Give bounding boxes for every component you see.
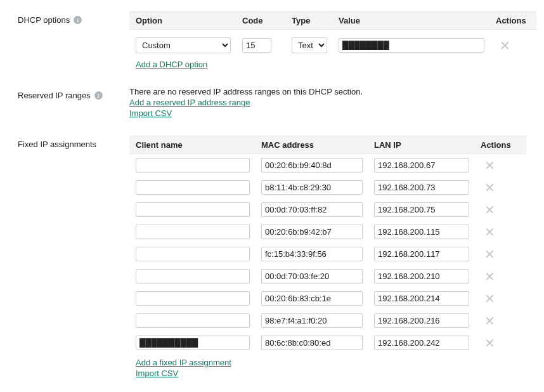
import-csv-link[interactable]: Import CSV: [136, 369, 178, 378]
fixed-ip-row: ✕: [129, 332, 526, 354]
mac-address-input[interactable]: [261, 291, 363, 306]
lan-ip-input[interactable]: [374, 291, 469, 306]
reserved-empty-message: There are no reserved IP address ranges …: [129, 87, 526, 96]
info-icon[interactable]: i: [94, 91, 103, 100]
delete-icon[interactable]: ✕: [481, 204, 499, 216]
dhcp-options-label: DHCP options: [18, 15, 70, 25]
delete-icon[interactable]: ✕: [481, 248, 499, 261]
section-dhcp-options: DHCP options i Option Code Type Value Ac…: [18, 11, 526, 69]
lan-ip-input[interactable]: [374, 202, 469, 217]
delete-icon[interactable]: ✕: [496, 39, 514, 52]
header-mac-address: MAC address: [261, 140, 363, 150]
delete-icon[interactable]: ✕: [481, 270, 499, 283]
client-name-input[interactable]: [136, 291, 250, 306]
header-client-name: Client name: [136, 140, 250, 150]
fixed-ip-row: ✕: [129, 176, 526, 199]
header-code: Code: [242, 16, 280, 25]
client-name-input[interactable]: [136, 269, 250, 284]
mac-address-input[interactable]: [261, 313, 363, 328]
section-fixed-ip: Fixed IP assignments Client name MAC add…: [18, 136, 526, 378]
add-reserved-range-link[interactable]: Add a reserved IP address range: [129, 98, 250, 107]
fixed-ip-row: ✕: [129, 154, 526, 176]
fixed-ip-label: Fixed IP assignments: [18, 140, 96, 149]
dhcp-value-input[interactable]: [339, 38, 484, 53]
delete-icon[interactable]: ✕: [481, 226, 499, 238]
lan-ip-input[interactable]: [374, 158, 469, 173]
fixed-ip-row: ✕: [129, 199, 526, 221]
dhcp-option-row: Custom Text ✕: [129, 30, 536, 60]
client-name-input[interactable]: [136, 336, 250, 350]
dhcp-options-header: Option Code Type Value Actions: [129, 11, 536, 30]
dhcp-type-select[interactable]: Text: [292, 37, 327, 53]
delete-icon[interactable]: ✕: [481, 181, 499, 194]
fixed-ip-row: ✕: [129, 265, 526, 287]
add-fixed-ip-link[interactable]: Add a fixed IP assignment: [136, 358, 231, 367]
client-name-input[interactable]: [136, 180, 250, 195]
delete-icon[interactable]: ✕: [481, 292, 499, 305]
fixed-ip-row: ✕: [129, 243, 526, 265]
mac-address-input[interactable]: [261, 158, 363, 173]
import-csv-link[interactable]: Import CSV: [129, 108, 172, 118]
section-reserved-ip: Reserved IP ranges i There are no reserv…: [18, 87, 526, 118]
dhcp-code-input[interactable]: [242, 38, 271, 53]
mac-address-input[interactable]: [261, 247, 363, 261]
client-name-input[interactable]: [136, 158, 250, 173]
mac-address-input[interactable]: [261, 269, 363, 284]
lan-ip-input[interactable]: [374, 336, 469, 350]
header-value: Value: [339, 16, 484, 25]
dhcp-option-select[interactable]: Custom: [136, 37, 231, 53]
delete-icon[interactable]: ✕: [481, 337, 499, 350]
lan-ip-input[interactable]: [374, 313, 469, 328]
lan-ip-input[interactable]: [374, 269, 469, 284]
mac-address-input[interactable]: [261, 202, 363, 217]
delete-icon[interactable]: ✕: [481, 315, 499, 327]
mac-address-input[interactable]: [261, 336, 363, 350]
lan-ip-input[interactable]: [374, 247, 469, 261]
client-name-input[interactable]: [136, 225, 250, 239]
fixed-ip-row: ✕: [129, 221, 526, 243]
client-name-input[interactable]: [136, 202, 250, 217]
client-name-input[interactable]: [136, 313, 250, 328]
fixed-ip-row: ✕: [129, 287, 526, 310]
header-type: Type: [292, 16, 327, 25]
mac-address-input[interactable]: [261, 225, 363, 239]
lan-ip-input[interactable]: [374, 225, 469, 239]
reserved-ip-label: Reserved IP ranges: [18, 91, 91, 100]
header-actions: Actions: [496, 16, 530, 25]
fixed-ip-header: Client name MAC address LAN IP Actions: [129, 136, 526, 154]
fixed-ip-row: ✕: [129, 310, 526, 332]
add-dhcp-option-link[interactable]: Add a DHCP option: [136, 60, 207, 69]
delete-icon[interactable]: ✕: [481, 159, 499, 172]
header-lan-ip: LAN IP: [374, 140, 469, 150]
mac-address-input[interactable]: [261, 180, 363, 195]
lan-ip-input[interactable]: [374, 180, 469, 195]
header-option: Option: [136, 16, 231, 25]
header-actions: Actions: [481, 140, 515, 150]
info-icon[interactable]: i: [74, 16, 82, 24]
client-name-input[interactable]: [136, 247, 250, 261]
